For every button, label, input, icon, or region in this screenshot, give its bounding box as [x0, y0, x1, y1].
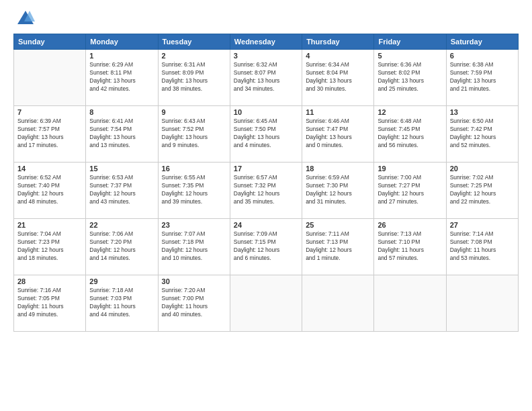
day-number: 27 [450, 221, 515, 229]
weekday-header: Saturday [446, 34, 518, 50]
logo [13, 11, 35, 27]
day-number: 22 [89, 221, 154, 229]
day-number: 24 [234, 221, 298, 229]
day-info: Sunrise: 6:29 AMSunset: 8:11 PMDaylight:… [89, 61, 154, 93]
calendar-cell: 5Sunrise: 6:36 AMSunset: 8:02 PMDaylight… [374, 50, 446, 106]
calendar-cell: 13Sunrise: 6:50 AMSunset: 7:42 PMDayligh… [446, 106, 518, 163]
calendar-cell: 4Sunrise: 6:34 AMSunset: 8:04 PMDaylight… [302, 50, 374, 106]
calendar-week-row: 7Sunrise: 6:39 AMSunset: 7:57 PMDaylight… [14, 106, 519, 163]
calendar-cell: 29Sunrise: 7:18 AMSunset: 7:03 PMDayligh… [86, 275, 158, 332]
calendar-week-row: 14Sunrise: 6:52 AMSunset: 7:40 PMDayligh… [14, 163, 519, 219]
day-info: Sunrise: 6:31 AMSunset: 8:09 PMDaylight:… [162, 61, 226, 93]
day-info: Sunrise: 6:55 AMSunset: 7:35 PMDaylight:… [162, 174, 226, 206]
calendar-cell: 28Sunrise: 7:16 AMSunset: 7:05 PMDayligh… [14, 275, 86, 332]
day-number: 18 [306, 165, 370, 173]
day-number: 28 [17, 277, 82, 285]
day-info: Sunrise: 6:52 AMSunset: 7:40 PMDaylight:… [17, 174, 82, 206]
calendar-cell: 14Sunrise: 6:52 AMSunset: 7:40 PMDayligh… [14, 163, 86, 219]
calendar-cell: 20Sunrise: 7:02 AMSunset: 7:25 PMDayligh… [446, 163, 518, 219]
day-number: 12 [378, 108, 442, 116]
day-info: Sunrise: 7:14 AMSunset: 7:08 PMDaylight:… [450, 230, 515, 263]
day-info: Sunrise: 6:46 AMSunset: 7:47 PMDaylight:… [306, 118, 370, 150]
day-info: Sunrise: 7:11 AMSunset: 7:13 PMDaylight:… [306, 230, 370, 263]
calendar-week-row: 21Sunrise: 7:04 AMSunset: 7:23 PMDayligh… [14, 219, 519, 275]
day-number: 20 [450, 165, 515, 173]
day-number: 8 [89, 108, 154, 116]
calendar-cell: 27Sunrise: 7:14 AMSunset: 7:08 PMDayligh… [446, 219, 518, 275]
calendar-cell [14, 50, 86, 106]
day-info: Sunrise: 7:13 AMSunset: 7:10 PMDaylight:… [378, 230, 442, 263]
day-number: 21 [17, 221, 82, 229]
weekday-header: Monday [86, 34, 158, 50]
day-number: 2 [162, 52, 226, 60]
calendar-cell: 1Sunrise: 6:29 AMSunset: 8:11 PMDaylight… [86, 50, 158, 106]
calendar-cell: 15Sunrise: 6:53 AMSunset: 7:37 PMDayligh… [86, 163, 158, 219]
calendar-cell: 8Sunrise: 6:41 AMSunset: 7:54 PMDaylight… [86, 106, 158, 163]
day-number: 7 [17, 108, 82, 116]
weekday-header: Tuesday [158, 34, 230, 50]
day-info: Sunrise: 7:18 AMSunset: 7:03 PMDaylight:… [89, 287, 154, 319]
header [13, 11, 519, 27]
calendar-cell: 17Sunrise: 6:57 AMSunset: 7:32 PMDayligh… [230, 163, 302, 219]
calendar-cell: 12Sunrise: 6:48 AMSunset: 7:45 PMDayligh… [374, 106, 446, 163]
day-info: Sunrise: 7:06 AMSunset: 7:20 PMDaylight:… [89, 230, 154, 263]
calendar-cell [446, 275, 518, 332]
day-info: Sunrise: 7:16 AMSunset: 7:05 PMDaylight:… [17, 287, 82, 319]
day-number: 11 [306, 108, 370, 116]
calendar-cell: 19Sunrise: 7:00 AMSunset: 7:27 PMDayligh… [374, 163, 446, 219]
day-number: 25 [306, 221, 370, 229]
calendar-week-row: 28Sunrise: 7:16 AMSunset: 7:05 PMDayligh… [14, 275, 519, 332]
calendar-cell: 18Sunrise: 6:59 AMSunset: 7:30 PMDayligh… [302, 163, 374, 219]
page: SundayMondayTuesdayWednesdayThursdayFrid… [0, 0, 532, 411]
calendar-cell: 3Sunrise: 6:32 AMSunset: 8:07 PMDaylight… [230, 50, 302, 106]
calendar-cell: 7Sunrise: 6:39 AMSunset: 7:57 PMDaylight… [14, 106, 86, 163]
day-info: Sunrise: 6:48 AMSunset: 7:45 PMDaylight:… [378, 118, 442, 150]
calendar-cell [302, 275, 374, 332]
day-number: 10 [234, 108, 298, 116]
calendar-cell: 30Sunrise: 7:20 AMSunset: 7:00 PMDayligh… [158, 275, 230, 332]
day-number: 15 [89, 165, 154, 173]
calendar-cell: 24Sunrise: 7:09 AMSunset: 7:15 PMDayligh… [230, 219, 302, 275]
calendar-cell: 16Sunrise: 6:55 AMSunset: 7:35 PMDayligh… [158, 163, 230, 219]
day-number: 23 [162, 221, 226, 229]
day-info: Sunrise: 7:04 AMSunset: 7:23 PMDaylight:… [17, 230, 82, 263]
calendar-cell: 6Sunrise: 6:38 AMSunset: 7:59 PMDaylight… [446, 50, 518, 106]
day-number: 13 [450, 108, 515, 116]
day-info: Sunrise: 6:53 AMSunset: 7:37 PMDaylight:… [89, 174, 154, 206]
calendar-cell: 22Sunrise: 7:06 AMSunset: 7:20 PMDayligh… [86, 219, 158, 275]
calendar-cell: 26Sunrise: 7:13 AMSunset: 7:10 PMDayligh… [374, 219, 446, 275]
calendar-header-row: SundayMondayTuesdayWednesdayThursdayFrid… [14, 34, 519, 50]
day-info: Sunrise: 6:41 AMSunset: 7:54 PMDaylight:… [89, 118, 154, 150]
day-number: 16 [162, 165, 226, 173]
day-number: 30 [162, 277, 226, 285]
calendar-cell [230, 275, 302, 332]
day-number: 29 [89, 277, 154, 285]
day-number: 9 [162, 108, 226, 116]
day-info: Sunrise: 6:39 AMSunset: 7:57 PMDaylight:… [17, 118, 82, 150]
day-info: Sunrise: 6:34 AMSunset: 8:04 PMDaylight:… [306, 61, 370, 93]
day-info: Sunrise: 6:57 AMSunset: 7:32 PMDaylight:… [234, 174, 298, 206]
day-info: Sunrise: 6:32 AMSunset: 8:07 PMDaylight:… [234, 61, 298, 93]
day-number: 5 [378, 52, 442, 60]
logo-icon [16, 8, 35, 27]
weekday-header: Friday [374, 34, 446, 50]
day-info: Sunrise: 6:43 AMSunset: 7:52 PMDaylight:… [162, 118, 226, 150]
day-number: 14 [17, 165, 82, 173]
calendar-cell: 23Sunrise: 7:07 AMSunset: 7:18 PMDayligh… [158, 219, 230, 275]
day-info: Sunrise: 6:36 AMSunset: 8:02 PMDaylight:… [378, 61, 442, 93]
calendar-week-row: 1Sunrise: 6:29 AMSunset: 8:11 PMDaylight… [14, 50, 519, 106]
day-number: 6 [450, 52, 515, 60]
weekday-header: Wednesday [230, 34, 302, 50]
day-info: Sunrise: 7:07 AMSunset: 7:18 PMDaylight:… [162, 230, 226, 263]
calendar-cell [374, 275, 446, 332]
day-number: 19 [378, 165, 442, 173]
calendar-cell: 21Sunrise: 7:04 AMSunset: 7:23 PMDayligh… [14, 219, 86, 275]
day-info: Sunrise: 7:20 AMSunset: 7:00 PMDaylight:… [162, 287, 226, 319]
day-info: Sunrise: 7:02 AMSunset: 7:25 PMDaylight:… [450, 174, 515, 206]
day-info: Sunrise: 6:45 AMSunset: 7:50 PMDaylight:… [234, 118, 298, 150]
calendar-cell: 9Sunrise: 6:43 AMSunset: 7:52 PMDaylight… [158, 106, 230, 163]
weekday-header: Thursday [302, 34, 374, 50]
calendar-cell: 25Sunrise: 7:11 AMSunset: 7:13 PMDayligh… [302, 219, 374, 275]
calendar-cell: 2Sunrise: 6:31 AMSunset: 8:09 PMDaylight… [158, 50, 230, 106]
day-info: Sunrise: 7:00 AMSunset: 7:27 PMDaylight:… [378, 174, 442, 206]
